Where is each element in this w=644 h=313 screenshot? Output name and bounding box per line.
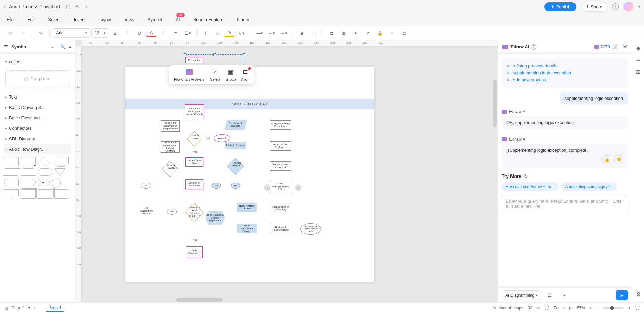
export-icon[interactable]: ⇱ <box>75 4 80 10</box>
shape-yes[interactable]: Yes <box>38 179 50 186</box>
node-prior1[interactable]: Prior Audit Findings and Internal Contro… <box>185 104 204 119</box>
pages-icon[interactable]: ▥ <box>5 306 8 310</box>
vertical-scrollbar[interactable] <box>493 80 497 127</box>
redo-button[interactable]: ↷ <box>17 28 28 38</box>
focus-label[interactable]: Focus <box>554 306 565 310</box>
select-button[interactable]: ☑Select <box>210 68 220 81</box>
lib-basic-flowchart[interactable]: ▸Basic Flowchart ... <box>4 113 71 123</box>
collapse-icon[interactable]: « <box>69 44 71 49</box>
add-page-button[interactable]: + <box>33 305 36 311</box>
shape-triangle[interactable] <box>54 168 65 177</box>
page-select[interactable]: Page-1 <box>12 306 25 310</box>
layers-icon[interactable]: ≋ <box>537 306 540 310</box>
undo-button[interactable]: ↶ <box>5 28 16 38</box>
menu-select[interactable]: Select <box>48 17 60 22</box>
search-icon[interactable]: 🔍 <box>60 44 66 49</box>
node-notify[interactable]: Notify Affected Auditee <box>237 203 257 212</box>
align-button[interactable]: ≡ <box>170 28 181 38</box>
shape-delay[interactable] <box>21 179 36 186</box>
zoom-in-button[interactable]: + <box>628 306 631 310</box>
node-file-results[interactable]: File Assessment Results <box>139 204 154 218</box>
underline-button[interactable]: U <box>134 28 145 38</box>
ai-input[interactable]: Enter your query here. Press Enter to se… <box>502 195 628 212</box>
shape-terminator[interactable] <box>4 179 19 186</box>
send-button[interactable]: ➤ <box>616 290 628 300</box>
zoom-out-button[interactable]: − <box>596 306 599 310</box>
distribute-button[interactable]: ▦ <box>338 28 349 38</box>
lib-connectors[interactable]: ▸Connectors <box>4 123 71 133</box>
save-icon[interactable]: ▢ <box>66 4 71 10</box>
lock-button[interactable]: 🔒 <box>375 28 385 38</box>
font-color-button[interactable]: A <box>146 29 157 37</box>
fullscreen-icon[interactable]: ⛶ <box>635 306 639 310</box>
page-prev-button[interactable]: ‹ <box>264 184 271 191</box>
group-button[interactable]: ▣Group <box>226 68 236 81</box>
node-prior2[interactable]: Prior Audit Findings and Internal Contro… <box>161 141 180 153</box>
refresh-icon[interactable]: ↻ <box>524 173 528 179</box>
shape-trapezoid[interactable] <box>21 168 36 176</box>
page-next-button[interactable]: › <box>295 184 302 191</box>
apps-rail-icon[interactable]: ⊞ <box>636 69 640 75</box>
publish-button[interactable]: ✈Publish <box>544 2 577 11</box>
canvas-area[interactable]: -40-200204060801001201401601802002202402… <box>76 40 497 302</box>
node-evaluate[interactable]: Evaluate Request <box>225 142 246 149</box>
menu-plugin[interactable]: Plugin <box>237 17 249 22</box>
drag-drop-zone[interactable]: ⊕Drag Here <box>5 70 70 87</box>
shape-stored-data[interactable] <box>54 189 69 199</box>
thumbs-up-button[interactable]: 👍 <box>602 155 611 164</box>
shape-rounded-rect[interactable] <box>38 168 52 176</box>
more-button[interactable]: ▤ <box>399 28 410 38</box>
menu-ai[interactable]: AIhot <box>176 17 180 22</box>
menu-layout[interactable]: Layout <box>98 17 111 22</box>
node-analysis-conflict[interactable]: Analysis Conflict of Interest <box>270 161 291 171</box>
shape-document[interactable] <box>54 157 69 166</box>
star-icon[interactable]: ☆ <box>84 4 89 10</box>
lib-sdl[interactable]: ▸SDL Diagram <box>4 133 71 144</box>
ai-diagramming-button[interactable]: AI Diagramming▴ <box>502 290 541 300</box>
shape-double-rect[interactable] <box>21 189 36 199</box>
node-develop[interactable]: Develop an Audit Plan <box>185 179 203 189</box>
fill-rail-icon[interactable]: ◆ <box>636 45 640 51</box>
node-analytical[interactable]: Analytical Review Procedures <box>270 120 291 130</box>
node-no2[interactable]: No <box>212 183 221 189</box>
menu-file[interactable]: File <box>7 17 14 22</box>
node-refer[interactable]: Refer Request to Another Department <box>205 211 225 225</box>
lib-collect[interactable]: ▾collect <box>4 56 71 67</box>
shape-parallelogram[interactable] <box>3 168 20 176</box>
node-prepare1[interactable]: Prepare the <box>185 57 203 63</box>
suggestion-item[interactable]: Add new process <box>513 77 623 82</box>
text-style-button[interactable]: T <box>158 28 169 38</box>
shape-decision[interactable] <box>40 157 50 167</box>
node-audit-conducted[interactable]: Audit Conducte d <box>186 246 203 258</box>
shape-card[interactable] <box>21 157 36 166</box>
node-testing[interactable]: Testing Invalid Employees <box>270 141 291 151</box>
zoom-level[interactable]: 55% <box>577 306 585 310</box>
fill-button[interactable]: ◇ <box>212 28 223 38</box>
history-icon[interactable]: ☷ <box>544 290 555 301</box>
text-tool-button[interactable]: T <box>200 28 211 38</box>
format-painter-button[interactable]: ✎ <box>35 28 46 38</box>
node-recalc[interactable]: Recalculation of Gross Pay <box>270 204 291 213</box>
pin-icon[interactable]: 📌 <box>247 67 252 71</box>
chevron-down-icon[interactable]: ▾ <box>28 306 30 310</box>
line-style-button[interactable]: ―▾ <box>254 28 265 38</box>
menu-view[interactable]: View <box>125 17 134 22</box>
italic-button[interactable]: I <box>122 28 132 38</box>
chevron-down-icon[interactable]: ▾ <box>638 5 640 9</box>
lib-audit-flow[interactable]: ▾Audit Flow Diagr... <box>4 144 71 154</box>
node-check-pay[interactable]: Check Reasonableness of Pay <box>270 181 291 192</box>
arrow-end-button[interactable]: →▾ <box>278 28 289 38</box>
node-summarize[interactable]: Summarize the Results of Audit Tests <box>300 223 321 235</box>
lib-text[interactable]: ▸Text <box>4 92 71 102</box>
node-assess-risks[interactable]: Assess Audit Risks <box>185 157 203 167</box>
shape-rectangle[interactable] <box>4 157 19 166</box>
line-spacing-button[interactable]: ☰▾ <box>182 28 193 38</box>
help-icon[interactable]: ? <box>612 3 619 10</box>
chevron-down-icon[interactable]: ⌄ <box>51 45 54 49</box>
align-left-button[interactable]: ⊏ <box>326 28 337 38</box>
shape-multi-doc[interactable] <box>38 189 52 199</box>
menu-symbol[interactable]: Symbol <box>148 17 162 22</box>
bring-front-button[interactable]: ▣ <box>296 28 307 38</box>
node-review-recon[interactable]: Review of Reconciliations <box>270 224 291 233</box>
menu-insert[interactable]: Insert <box>74 17 85 22</box>
